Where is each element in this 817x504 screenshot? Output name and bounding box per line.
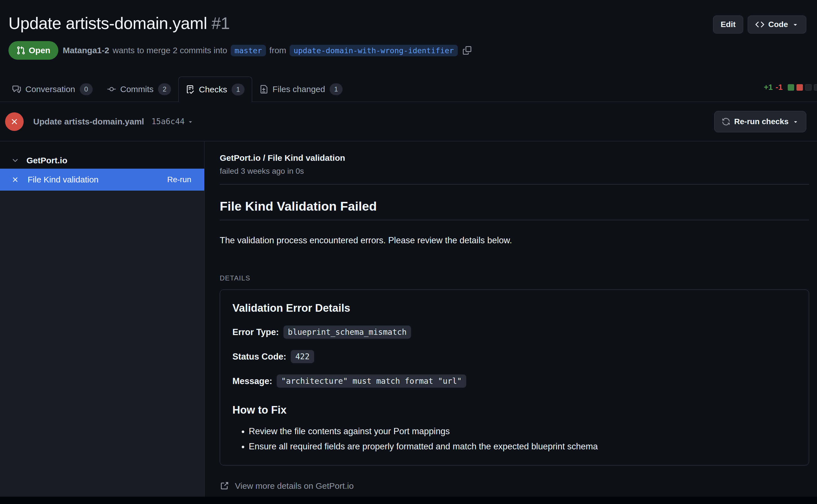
copy-branch-icon[interactable]: [463, 46, 471, 55]
edit-button-label: Edit: [721, 20, 736, 29]
check-run-name: Update artists-domain.yaml: [33, 117, 144, 126]
header-actions: Edit Code: [713, 15, 806, 34]
message-label: Message:: [232, 376, 272, 386]
comment-discussion-icon: [12, 85, 21, 93]
message-value: "architecture" must match format "url": [277, 374, 466, 388]
code-button-label: Code: [768, 20, 788, 29]
checks-content: GetPort.io File Kind validation Re-run G…: [0, 141, 817, 497]
chevron-down-icon: [792, 119, 799, 125]
rerun-checks-label: Re-run checks: [734, 117, 789, 126]
how-to-fix-list: Review the file contents against your Po…: [232, 426, 796, 452]
commit-sha: 15a6c44: [151, 117, 184, 126]
view-more-details-label: View more details on GetPort.io: [235, 481, 353, 491]
tab-conversation-count: 0: [80, 83, 93, 95]
chevron-down-icon: [11, 157, 19, 164]
validation-error-details-box: Validation Error Details Error Type: blu…: [220, 289, 809, 465]
status-badge-label: Open: [29, 46, 50, 55]
details-label: DETAILS: [220, 274, 809, 282]
edit-button[interactable]: Edit: [713, 15, 743, 34]
sidebar-group-title: GetPort.io: [26, 156, 67, 165]
merge-summary: Matanga1-2 wants to merge 2 commits into…: [63, 45, 471, 56]
chevron-down-icon: [187, 119, 193, 125]
divider: [220, 184, 809, 184]
status-code-value: 422: [291, 350, 314, 363]
commit-sha-dropdown[interactable]: 15a6c44: [151, 117, 193, 126]
tab-commits[interactable]: Commits 2: [100, 77, 178, 102]
code-button[interactable]: Code: [748, 15, 806, 34]
code-icon: [755, 20, 764, 29]
base-branch-chip[interactable]: master: [231, 45, 266, 56]
error-type-label: Error Type:: [232, 327, 279, 337]
status-badge: Open: [8, 41, 58, 60]
pull-request-icon: [16, 46, 25, 55]
rerun-checks-button[interactable]: Re-run checks: [714, 111, 806, 132]
file-diff-icon: [259, 85, 268, 93]
how-to-fix-title: How to Fix: [232, 404, 796, 416]
tab-checks-count: 1: [231, 84, 244, 95]
pr-title-text: Update artists-domain.yaml: [8, 14, 207, 33]
details-box-title: Validation Error Details: [232, 302, 796, 314]
tab-conversation-label: Conversation: [25, 84, 75, 94]
sidebar-group-getportio[interactable]: GetPort.io: [0, 141, 204, 168]
tab-commits-label: Commits: [120, 84, 153, 94]
diffstat-block-neutral: [814, 84, 817, 91]
pr-title: Update artists-domain.yaml #1: [8, 13, 806, 34]
status-code-label: Status Code:: [232, 352, 286, 362]
run-heading: File Kind Validation Failed: [220, 199, 809, 220]
from-word: from: [269, 46, 286, 55]
x-icon: [11, 176, 19, 184]
run-intro: The validation process encountered error…: [220, 235, 809, 246]
error-type-value: blueprint_schema_mismatch: [283, 325, 411, 339]
page-bottom-bar: [0, 497, 817, 504]
check-run-header: Update artists-domain.yaml 15a6c44 Re-ru…: [0, 102, 817, 141]
diffstat: +1 -1: [764, 83, 817, 92]
tab-files-changed-label: Files changed: [272, 84, 325, 94]
merge-summary-text: wants to merge 2 commits into: [113, 46, 227, 55]
check-list-item-file-kind-validation[interactable]: File Kind validation Re-run: [0, 169, 204, 191]
run-title: GetPort.io / File Kind validation: [220, 153, 809, 163]
pr-number: #1: [211, 14, 230, 33]
author-name[interactable]: Matanga1-2: [63, 46, 109, 55]
head-branch-chip[interactable]: update-domain-with-wrong-identifier: [289, 45, 458, 56]
diffstat-block-added: [788, 84, 794, 91]
failed-status-icon: [5, 112, 24, 131]
diffstat-additions: +1: [764, 83, 773, 92]
fix-list-item: Ensure all required fields are properly …: [249, 441, 796, 452]
tab-files-changed[interactable]: Files changed 1: [252, 77, 350, 102]
check-item-rerun-link[interactable]: Re-run: [167, 175, 191, 184]
tab-conversation[interactable]: Conversation 0: [5, 77, 100, 102]
diffstat-block-deleted: [796, 84, 803, 91]
check-item-label: File Kind validation: [28, 175, 99, 184]
pr-meta: Open Matanga1-2 wants to merge 2 commits…: [8, 41, 806, 60]
pr-tab-bar: Conversation 0 Commits 2 Checks 1 Files …: [0, 77, 817, 102]
diffstat-deletions: -1: [776, 83, 783, 92]
diffstat-block-neutral: [805, 84, 812, 91]
view-more-details-link[interactable]: View more details on GetPort.io: [220, 481, 353, 491]
external-link-icon: [220, 481, 229, 490]
error-type-row: Error Type: blueprint_schema_mismatch: [232, 325, 796, 339]
tab-checks-label: Checks: [199, 85, 227, 94]
tab-files-changed-count: 1: [329, 83, 342, 95]
git-commit-icon: [107, 85, 116, 93]
status-code-row: Status Code: 422: [232, 350, 796, 363]
check-list: File Kind validation Re-run: [0, 168, 204, 497]
message-row: Message: "architecture" must match forma…: [232, 374, 796, 388]
check-run-detail: GetPort.io / File Kind validation failed…: [204, 141, 817, 497]
checks-sidebar: GetPort.io File Kind validation Re-run: [0, 141, 204, 497]
sync-icon: [722, 117, 730, 126]
fix-list-item: Review the file contents against your Po…: [249, 426, 796, 437]
run-meta: failed 3 weeks ago in 0s: [220, 167, 809, 176]
checklist-icon: [186, 85, 194, 94]
chevron-down-icon: [792, 21, 799, 28]
tab-checks[interactable]: Checks 1: [178, 77, 252, 102]
tab-commits-count: 2: [158, 83, 171, 95]
pr-header: Update artists-domain.yaml #1 Edit Code …: [0, 0, 817, 60]
